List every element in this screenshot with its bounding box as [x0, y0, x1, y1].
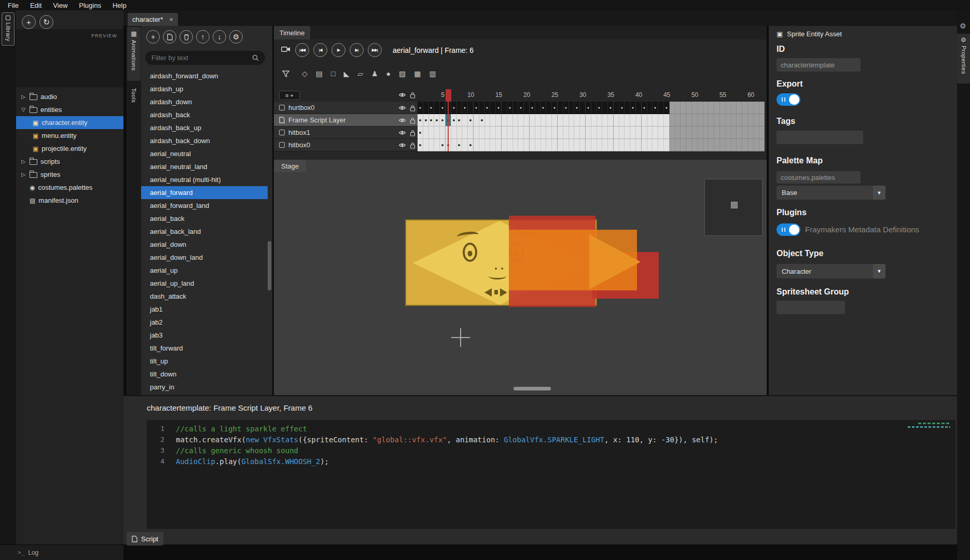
code-line[interactable]: 3//calls generic whoosh sound: [147, 445, 955, 456]
animation-item[interactable]: aerial_down_land: [141, 251, 268, 264]
frame-cell[interactable]: [675, 139, 681, 151]
frame-cell[interactable]: [552, 127, 558, 139]
object-type-select[interactable]: Character ▼: [777, 264, 885, 278]
frame-cell[interactable]: [664, 114, 670, 127]
frame-cell[interactable]: [502, 102, 507, 114]
frame-cell[interactable]: [434, 102, 440, 114]
frame-cell[interactable]: [569, 114, 575, 127]
frame-cell[interactable]: [530, 139, 535, 151]
frame-cell[interactable]: [440, 139, 446, 151]
code-line[interactable]: 4AudioClip.play(GlobalSfx.WHOOSH_2);: [147, 456, 955, 467]
skip-to-end-button[interactable]: ▶▶|: [368, 43, 382, 57]
animation-item[interactable]: tilt_down: [141, 368, 268, 381]
frame-cell[interactable]: [653, 114, 658, 127]
frame-cell[interactable]: [675, 114, 681, 127]
frame-cell[interactable]: [541, 127, 547, 139]
frame-cell[interactable]: [429, 139, 435, 151]
menu-plugins[interactable]: Plugins: [73, 1, 107, 10]
frame-cell[interactable]: [692, 102, 698, 114]
frame-cell[interactable]: [496, 139, 502, 151]
export-toggle[interactable]: [777, 93, 800, 106]
menu-file[interactable]: File: [2, 1, 24, 10]
frame-cell[interactable]: [714, 127, 720, 139]
tree-item-audio[interactable]: ▷audio: [16, 90, 123, 103]
frame-cell[interactable]: [558, 102, 563, 114]
frame-cell[interactable]: [591, 127, 597, 139]
frame-cell[interactable]: [737, 139, 742, 151]
frame-cell[interactable]: [462, 114, 468, 127]
frame-cell[interactable]: [518, 127, 524, 139]
menu-help[interactable]: Help: [107, 1, 132, 10]
frame-cell[interactable]: [490, 139, 496, 151]
frame-cell[interactable]: [513, 114, 519, 127]
palette-map-input[interactable]: [777, 171, 861, 184]
animation-item[interactable]: airdash_back: [141, 108, 268, 121]
code-line[interactable]: 1//calls a light sparkle effect: [147, 423, 955, 434]
frame-cell[interactable]: [569, 102, 575, 114]
frame-cell[interactable]: [658, 114, 664, 127]
frame-cell[interactable]: [630, 127, 636, 139]
frame-cell[interactable]: [602, 127, 608, 139]
frame-cell[interactable]: [630, 102, 636, 114]
frame-cell[interactable]: [457, 139, 463, 151]
frame-cell[interactable]: [524, 127, 530, 139]
visibility-icon[interactable]: [398, 143, 406, 148]
frame-cell[interactable]: [608, 127, 614, 139]
tree-item-costumes-palettes[interactable]: ◉costumes.palettes: [16, 181, 123, 194]
layer-checkbox[interactable]: [279, 105, 285, 110]
frame-cell[interactable]: [731, 102, 737, 114]
frame-cell[interactable]: [552, 139, 558, 151]
frame-cell[interactable]: [451, 127, 457, 139]
lock-icon[interactable]: [410, 105, 415, 111]
layer-name-cell[interactable]: Frame Script Layer: [274, 114, 418, 127]
expand-arrow-icon[interactable]: ▷: [20, 172, 26, 177]
frame-cell[interactable]: [748, 114, 754, 127]
frame-cell[interactable]: [468, 127, 474, 139]
frame-cell[interactable]: [507, 127, 513, 139]
frame-cell[interactable]: [563, 139, 569, 151]
frame-cell[interactable]: [535, 102, 541, 114]
frame-cell[interactable]: [451, 139, 457, 151]
frame-cell[interactable]: [574, 102, 580, 114]
animation-item[interactable]: aerial_neutral: [141, 147, 268, 160]
frame-cell[interactable]: [653, 102, 658, 114]
animation-item[interactable]: parry_in: [141, 381, 268, 394]
frame-cell[interactable]: [434, 127, 440, 139]
frame-cell[interactable]: [619, 114, 625, 127]
frame-cell[interactable]: [530, 102, 535, 114]
frame-cell[interactable]: [513, 127, 519, 139]
frame-cell[interactable]: [485, 139, 491, 151]
frame-cell[interactable]: [429, 127, 435, 139]
frame-cell[interactable]: [647, 114, 653, 127]
frame-cell[interactable]: [474, 139, 479, 151]
frame-cell[interactable]: [479, 127, 485, 139]
frame-cell[interactable]: [580, 127, 586, 139]
code-editor[interactable]: 1//calls a light sparkle effect2match.cr…: [147, 420, 955, 529]
frame-cell[interactable]: [642, 139, 647, 151]
frame-cell[interactable]: [647, 102, 653, 114]
tree-item-menu-entity[interactable]: ▣menu.entity: [16, 129, 123, 142]
frame-cell[interactable]: [698, 114, 703, 127]
stage-canvas[interactable]: [274, 172, 767, 395]
frame-cell[interactable]: [670, 139, 675, 151]
frame-cell[interactable]: [597, 139, 603, 151]
frame-cell[interactable]: [552, 114, 558, 127]
animation-item[interactable]: aerial_forward: [141, 186, 268, 199]
frame-cell[interactable]: [574, 139, 580, 151]
frame-cell[interactable]: [479, 102, 485, 114]
frame-cell[interactable]: [586, 127, 591, 139]
visibility-icon[interactable]: [398, 130, 406, 135]
animation-item[interactable]: airdash_forward_down: [141, 69, 268, 82]
animation-item[interactable]: aerial_back: [141, 212, 268, 225]
frame-cell[interactable]: [720, 114, 726, 127]
refresh-button[interactable]: ↻: [39, 15, 53, 29]
layer-checkbox[interactable]: [279, 130, 285, 135]
next-frame-button[interactable]: ▶|: [350, 43, 364, 57]
frame-cell[interactable]: [625, 114, 630, 127]
frame-cell[interactable]: [468, 102, 474, 114]
tree-item-projectile-entity[interactable]: ▣projectile.entity: [16, 142, 123, 155]
animation-item[interactable]: jab1: [141, 303, 268, 316]
frame-ruler[interactable]: ≡+ 51015202530354045505560: [274, 89, 767, 102]
frame-cell[interactable]: [625, 127, 630, 139]
frame-cell[interactable]: [692, 139, 698, 151]
